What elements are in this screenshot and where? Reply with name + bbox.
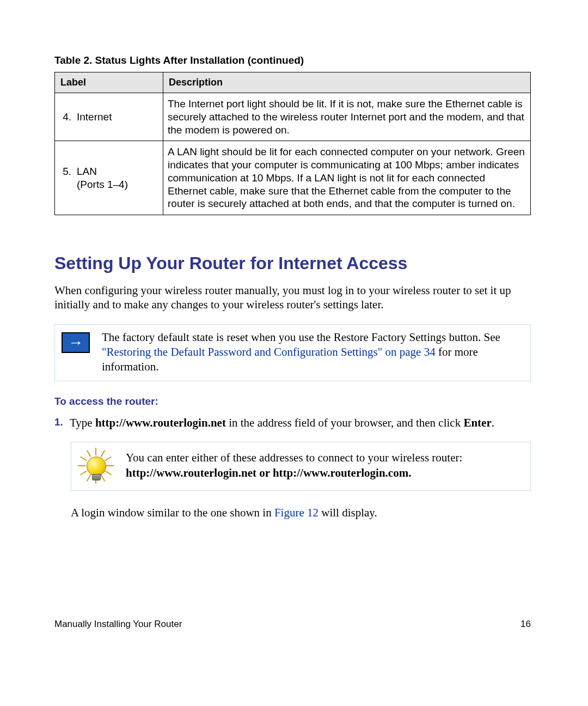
th-label: Label [55,72,163,93]
row-description: A LAN light should be lit for each conne… [163,141,531,215]
step-text: Type http://www.routerlogin.net in the a… [70,415,494,430]
procedure-subhead: To access the router: [54,395,531,407]
row-label-suffix: (Ports 1–4) [59,178,157,191]
note-link[interactable]: "Restoring the Default Password and Conf… [102,345,436,358]
th-description: Description [163,72,531,93]
tip-line1: You can enter either of these addresses … [126,451,462,464]
note-text-pre: The factory default state is reset when … [102,331,500,344]
row-number: 5. [59,165,71,178]
note-callout: The factory default state is reset when … [54,324,531,382]
arrow-icon [62,332,90,353]
page-number: 16 [520,619,531,630]
section-heading: Setting Up Your Router for Internet Acce… [54,253,531,273]
table-row: 5.LAN (Ports 1–4) A LAN light should be … [55,141,531,215]
lightbulb-icon [79,449,113,483]
table-title: Table 2. Status Lights After Installatio… [54,54,531,66]
row-label: Internet [77,111,112,124]
page-footer: Manually Installing Your Router 16 [54,619,531,630]
status-lights-table: Label Description 4.Internet The Interne… [54,72,531,215]
row-description: The Internet port light should be lit. I… [163,93,531,141]
steps-list: 1. Type http://www.routerlogin.net in th… [54,415,531,430]
figure-link[interactable]: Figure 12 [274,506,318,519]
page: Table 2. Status Lights After Installatio… [0,0,588,706]
step-number: 1. [54,415,70,430]
row-number: 4. [59,111,71,124]
footer-left: Manually Installing Your Router [54,619,182,630]
table-row: 4.Internet The Internet port light shoul… [55,93,531,141]
row-label: LAN [77,165,97,178]
after-paragraph: A login window similar to the one shown … [71,506,531,520]
tip-callout: You can enter either of these addresses … [71,442,531,491]
tip-line2: http://www.routerlogin.net or http://www… [126,466,411,479]
intro-paragraph: When configuring your wireless router ma… [54,283,531,312]
